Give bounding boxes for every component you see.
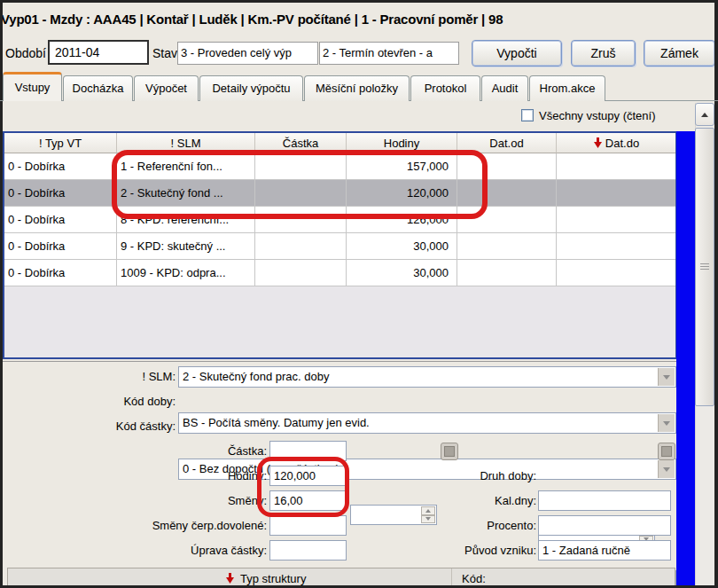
castka-picker-button-2[interactable] xyxy=(658,443,675,460)
procento-input[interactable] xyxy=(538,515,671,536)
tab-audit[interactable]: Audit xyxy=(481,75,528,101)
table-row-selected[interactable]: 0 - Dobírka 2 - Skutečný fond ... 120,00… xyxy=(4,180,675,207)
sort-descending-icon xyxy=(593,137,603,149)
status-field-1: 3 - Proveden celý výp xyxy=(177,42,318,65)
druh-doby-label: Druh doby: xyxy=(319,466,536,486)
kod-doby-combo[interactable]: BS - Počítá směny. Datumy jen evid. xyxy=(178,412,676,434)
column-header-hodiny[interactable]: Hodiny xyxy=(347,133,457,153)
column-header-dat-od[interactable]: Dat.od xyxy=(457,133,557,153)
puvod-vzniku-input[interactable] xyxy=(538,540,671,561)
smeny-cerp-label: Směny čerp.dovolené: xyxy=(0,515,267,536)
table-row[interactable]: 0 - Dobírka 9 - KPD: skutečný ... 30,000 xyxy=(4,233,675,260)
castka-picker-button-1[interactable] xyxy=(441,443,458,460)
scrollbar-thumb[interactable] xyxy=(695,128,714,406)
blue-edge-strip xyxy=(676,131,695,585)
dropdown-arrow-icon[interactable] xyxy=(658,414,675,432)
uprava-castky-label: Úprava částky: xyxy=(0,540,267,561)
chevron-up-icon xyxy=(701,113,708,117)
column-header-typ-vt[interactable]: ! Typ VT xyxy=(4,133,117,153)
column-header-dat-do[interactable]: Dat.do xyxy=(557,133,675,153)
hodiny-label: Hodiny: xyxy=(0,466,267,486)
period-input[interactable] xyxy=(48,40,149,65)
puvod-vzniku-label: Původ vzniku: xyxy=(319,540,536,561)
dropdown-arrow-icon[interactable] xyxy=(658,460,675,478)
picker-icon xyxy=(661,446,672,457)
castka-input[interactable] xyxy=(269,441,347,461)
window-border-right xyxy=(714,0,718,588)
slm-combo[interactable]: 2 - Skutečný fond prac. doby xyxy=(178,366,676,388)
kal-dny-input[interactable] xyxy=(538,490,671,511)
kal-dny-label: Kal.dny: xyxy=(319,490,536,511)
kod-doby-label: Kód doby: xyxy=(0,391,176,412)
compute-button[interactable]: Vypočti xyxy=(472,40,562,67)
table-header-row: ! Typ VT ! SLM Částka Hodiny Dat.od Dat.… xyxy=(4,133,675,153)
tab-dochazka[interactable]: Docházka xyxy=(63,75,133,101)
status-label: Stav xyxy=(152,46,177,60)
tab-detaily-vypoctu[interactable]: Detaily výpočtu xyxy=(199,75,303,101)
window-border-top xyxy=(0,0,718,3)
app-window: Vyp01 - Mzdy : AAA45 | Kontař | Luděk | … xyxy=(0,0,718,588)
dropdown-arrow-icon[interactable] xyxy=(658,368,675,386)
all-inputs-checkbox[interactable] xyxy=(521,109,534,122)
tab-hrom-akce[interactable]: Hrom.akce xyxy=(529,75,605,101)
red-arrow-icon xyxy=(225,573,235,584)
period-label: Období xyxy=(5,46,46,60)
slm-label: ! SLM: xyxy=(0,366,176,387)
tab-vstupy[interactable]: Vstupy xyxy=(3,72,62,101)
column-header-slm[interactable]: ! SLM xyxy=(117,133,255,153)
procento-label: Procento: xyxy=(319,515,536,536)
status-field-2: 2 - Termín otevřen - a xyxy=(319,42,459,65)
typ-struktury-header[interactable]: Typ struktury xyxy=(240,572,306,585)
all-inputs-checkbox-label: Všechny vstupy (čtení) xyxy=(539,109,656,122)
grip-icon xyxy=(700,263,709,270)
picker-icon xyxy=(444,446,455,457)
tab-protokol[interactable]: Protokol xyxy=(410,75,480,101)
cancel-button[interactable]: Zruš xyxy=(571,40,636,67)
column-header-castka[interactable]: Částka xyxy=(255,133,347,153)
table-row[interactable]: 0 - Dobírka 1 - Referenční fon... 157,00… xyxy=(4,153,675,180)
window-title: Vyp01 - Mzdy : AAA45 | Kontař | Luděk | … xyxy=(1,12,714,27)
scrollbar-up-button[interactable] xyxy=(695,103,714,126)
lock-button[interactable]: Zámek xyxy=(644,40,715,67)
table-row[interactable]: 0 - Dobírka 1009 - KPD: odpra... 30,000 xyxy=(4,260,675,286)
castka-label: Částka: xyxy=(0,441,267,461)
smeny-label: Směny: xyxy=(0,490,267,511)
splitter[interactable] xyxy=(0,361,676,362)
inputs-table: ! Typ VT ! SLM Částka Hodiny Dat.od Dat.… xyxy=(3,131,677,359)
tab-vypocet[interactable]: Výpočet xyxy=(134,75,199,101)
kod-header[interactable]: Kód: xyxy=(462,572,486,585)
tab-mesicni-polozky[interactable]: Měsíční položky xyxy=(304,75,410,101)
kod-castky-label: Kód částky: xyxy=(0,416,176,436)
table-row[interactable]: 0 - Dobírka 8 - KPD: referenční... 126,0… xyxy=(4,207,675,233)
